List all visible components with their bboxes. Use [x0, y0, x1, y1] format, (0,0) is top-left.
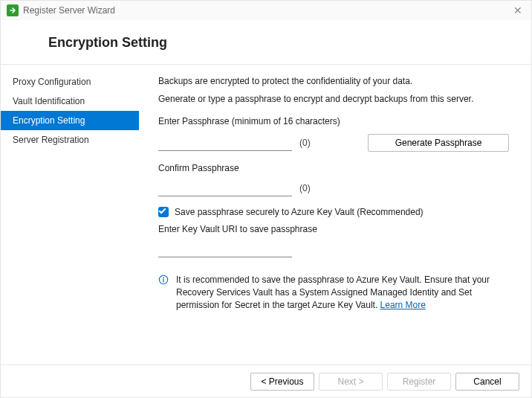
intro-text-1: Backups are encrypted to protect the con… [158, 75, 509, 87]
register-button[interactable]: Register [387, 373, 451, 391]
save-to-key-vault-label: Save passphrase securely to Azure Key Va… [175, 207, 424, 217]
passphrase-label: Enter Passphrase (minimum of 16 characte… [158, 115, 509, 127]
key-vault-uri-input[interactable] [158, 241, 292, 257]
confirm-passphrase-char-count: (0) [299, 183, 311, 193]
confirm-passphrase-input[interactable] [158, 180, 292, 196]
info-text: It is recommended to save the passphrase… [176, 274, 509, 311]
page-title: Encryption Setting [48, 35, 531, 51]
close-icon[interactable]: ✕ [510, 4, 525, 16]
next-button[interactable]: Next > [319, 373, 383, 391]
intro-text-2: Generate or type a passphrase to encrypt… [158, 93, 509, 105]
app-icon [7, 4, 19, 16]
info-icon [158, 275, 169, 285]
confirm-passphrase-label: Confirm Passphrase [158, 162, 509, 174]
page-heading-wrap: Encryption Setting [1, 20, 531, 64]
generate-passphrase-button[interactable]: Generate Passphrase [368, 134, 509, 152]
sidebar-item-proxy-configuration[interactable]: Proxy Configuration [1, 72, 139, 92]
sidebar-item-encryption-setting[interactable]: Encryption Setting [1, 111, 139, 130]
key-vault-uri-label: Enter Key Vault URI to save passphrase [158, 223, 509, 235]
sidebar-item-vault-identification[interactable]: Vault Identification [1, 92, 139, 111]
window-title: Register Server Wizard [23, 5, 115, 16]
main-panel: Backups are encrypted to protect the con… [139, 65, 531, 365]
previous-button[interactable]: < Previous [250, 373, 314, 391]
sidebar: Proxy Configuration Vault Identification… [1, 65, 139, 365]
titlebar: Register Server Wizard ✕ [1, 1, 531, 20]
svg-rect-3 [163, 279, 163, 282]
footer: < Previous Next > Register Cancel [1, 365, 531, 397]
passphrase-input[interactable] [158, 135, 292, 151]
svg-point-2 [163, 277, 164, 278]
save-to-key-vault-checkbox[interactable] [158, 207, 169, 217]
sidebar-item-server-registration[interactable]: Server Registration [1, 130, 139, 150]
passphrase-char-count: (0) [299, 138, 311, 148]
learn-more-link[interactable]: Learn More [380, 300, 426, 310]
cancel-button[interactable]: Cancel [455, 373, 519, 391]
